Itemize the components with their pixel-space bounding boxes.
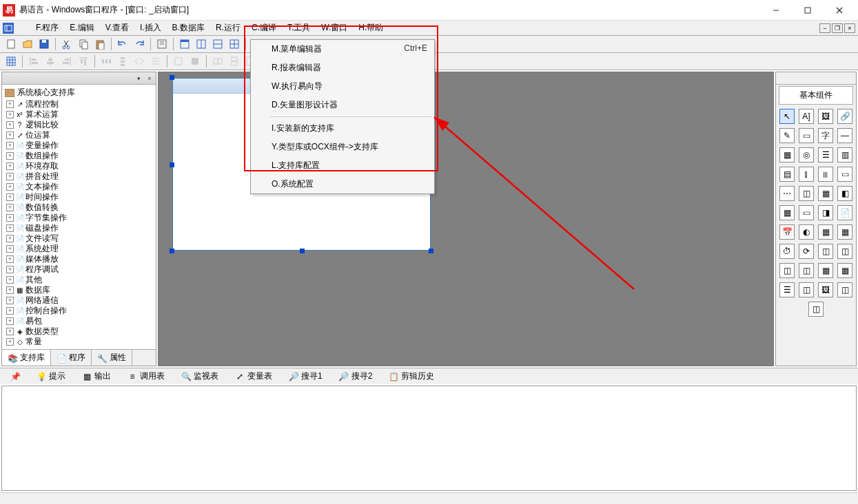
palette-item[interactable]: ◨ (818, 205, 833, 220)
palette-item[interactable]: ⫿ (799, 167, 814, 182)
palette-item[interactable]: ▥ (837, 147, 852, 162)
palette-item[interactable]: 字 (818, 128, 833, 143)
expander-icon[interactable]: + (6, 121, 14, 129)
tree-item[interactable]: +📄控制台操作 (3, 306, 154, 316)
expander-icon[interactable]: + (6, 255, 14, 263)
menu-tools[interactable]: T.工具 (282, 21, 316, 35)
tb-find[interactable] (154, 36, 170, 52)
menu-help[interactable]: H.帮助 (353, 21, 389, 35)
palette-item[interactable]: ▦ (818, 186, 833, 201)
palette-item[interactable]: ▦ (837, 224, 852, 240)
tree-item[interactable]: +⤢位运算 (3, 130, 154, 140)
btab-output[interactable]: ▦输出 (74, 368, 119, 384)
expander-icon[interactable]: + (6, 224, 14, 232)
tb-redo[interactable] (132, 36, 147, 52)
dd-exec-wizard[interactable]: W.执行易向导 (251, 77, 434, 96)
expander-icon[interactable]: + (6, 338, 14, 346)
expander-icon[interactable]: + (6, 286, 14, 294)
tree-item[interactable]: +?逻辑比较 (3, 120, 154, 130)
tree-item[interactable]: +▦数据库 (3, 285, 154, 295)
resize-handle[interactable] (429, 249, 433, 253)
menu-insert[interactable]: I.插入 (134, 21, 167, 35)
palette-item[interactable]: ◫ (799, 186, 814, 201)
panel-close-button[interactable]: × (145, 74, 154, 83)
tb-cut[interactable] (59, 36, 74, 52)
left-tab-prog[interactable]: 📄程序 (51, 350, 92, 366)
tree-item[interactable]: +📄磁盘操作 (3, 223, 154, 233)
tree-item[interactable]: +📄字节集操作 (3, 213, 154, 223)
close-button[interactable] (824, 0, 855, 21)
palette-item[interactable]: ▦ (779, 205, 795, 220)
palette-item[interactable]: ▭ (837, 167, 852, 182)
tb-win1[interactable] (177, 36, 192, 52)
minimize-button[interactable] (760, 0, 792, 21)
palette-item[interactable]: ◫ (799, 263, 814, 278)
tb-win4[interactable] (227, 36, 242, 52)
tree-item[interactable]: +📄数值转换 (3, 202, 154, 213)
dd-menu-editor[interactable]: M.菜单编辑器Ctrl+E (251, 40, 434, 59)
palette-item[interactable]: 🖼 (818, 109, 833, 124)
tb-open[interactable] (20, 36, 35, 52)
palette-item[interactable]: ◫ (837, 244, 852, 259)
tree-item[interactable]: +📄拼音处理 (3, 171, 154, 182)
tb-copy[interactable] (76, 36, 91, 52)
tb-undo[interactable] (115, 36, 130, 52)
palette-item[interactable]: ▭ (799, 205, 814, 220)
tree-item[interactable]: +📄变量操作 (3, 140, 154, 151)
tree-item[interactable]: +📄时间操作 (3, 192, 154, 202)
tree-item[interactable]: +↗流程控制 (3, 99, 154, 109)
expander-icon[interactable]: + (6, 297, 14, 304)
expander-icon[interactable]: + (6, 214, 14, 222)
expander-icon[interactable]: + (6, 142, 14, 149)
palette-item[interactable]: ▭ (799, 128, 814, 143)
tb-new[interactable] (3, 36, 19, 52)
left-tab-attr[interactable]: 🔧属性 (92, 350, 132, 366)
panel-pin-button[interactable]: ▾ (134, 74, 143, 83)
palette-item[interactable]: ◫ (837, 282, 852, 297)
palette-item[interactable]: ▤ (779, 167, 795, 182)
tree-item[interactable]: +◈数据类型 (3, 326, 154, 337)
palette-item[interactable]: ◫ (799, 282, 814, 297)
palette-item[interactable]: ◧ (837, 186, 852, 201)
btab-find1[interactable]: 🔎搜寻1 (281, 368, 330, 384)
expander-icon[interactable]: + (6, 152, 14, 160)
palette-item[interactable]: ◎ (799, 147, 814, 162)
btab-find2[interactable]: 🔎搜寻2 (331, 368, 380, 384)
palette-item[interactable]: ⟳ (799, 244, 814, 259)
expander-icon[interactable]: + (6, 317, 14, 325)
palette-item[interactable]: ✎ (779, 128, 795, 143)
tree-item[interactable]: +📄易包 (3, 316, 154, 326)
expander-icon[interactable]: + (6, 162, 14, 170)
tree-item[interactable]: +📄文件读写 (3, 233, 154, 244)
tree-item[interactable]: +📄环境存取 (3, 161, 154, 171)
palette-item[interactable]: ◫ (818, 244, 833, 259)
palette-item[interactable]: ▦ (837, 263, 852, 278)
menu-database[interactable]: B.数据库 (167, 21, 210, 35)
palette-item[interactable]: ☰ (779, 282, 795, 297)
menu-program[interactable]: F.程序 (30, 21, 64, 35)
palette-item[interactable]: A] (799, 109, 814, 124)
mdi-restore-button[interactable]: ❐ (832, 23, 843, 33)
left-tab-lib[interactable]: 📚支持库 (2, 350, 51, 366)
btab-vars[interactable]: ⤢变量表 (227, 368, 280, 384)
dd-vector-designer[interactable]: D.矢量图形设计器 (251, 96, 434, 114)
tb-save[interactable] (37, 36, 52, 52)
resize-handle[interactable] (170, 75, 174, 80)
palette-item[interactable]: ⫼ (818, 167, 833, 182)
dd-install-lib[interactable]: I.安装新的支持库 (251, 119, 434, 138)
expander-icon[interactable]: + (6, 204, 14, 211)
expander-icon[interactable]: + (6, 132, 14, 139)
expander-icon[interactable]: + (6, 173, 14, 180)
menu-view[interactable]: V.查看 (100, 21, 134, 35)
expander-icon[interactable]: + (6, 183, 14, 191)
tree-item[interactable]: +◇常量 (3, 337, 154, 347)
btab-pin[interactable]: 📌 (3, 370, 28, 384)
palette-item[interactable]: — (837, 128, 852, 143)
palette-tab-basic[interactable]: 基本组件 (779, 86, 853, 105)
palette-item[interactable]: 📅 (779, 224, 795, 240)
dd-lib-config[interactable]: L.支持库配置 (251, 156, 434, 175)
btab-cliphist[interactable]: 📋剪辑历史 (381, 368, 442, 384)
palette-item[interactable]: ▦ (818, 224, 833, 240)
dd-report-editor[interactable]: R.报表编辑器 (251, 59, 434, 77)
resize-handle[interactable] (170, 249, 174, 253)
